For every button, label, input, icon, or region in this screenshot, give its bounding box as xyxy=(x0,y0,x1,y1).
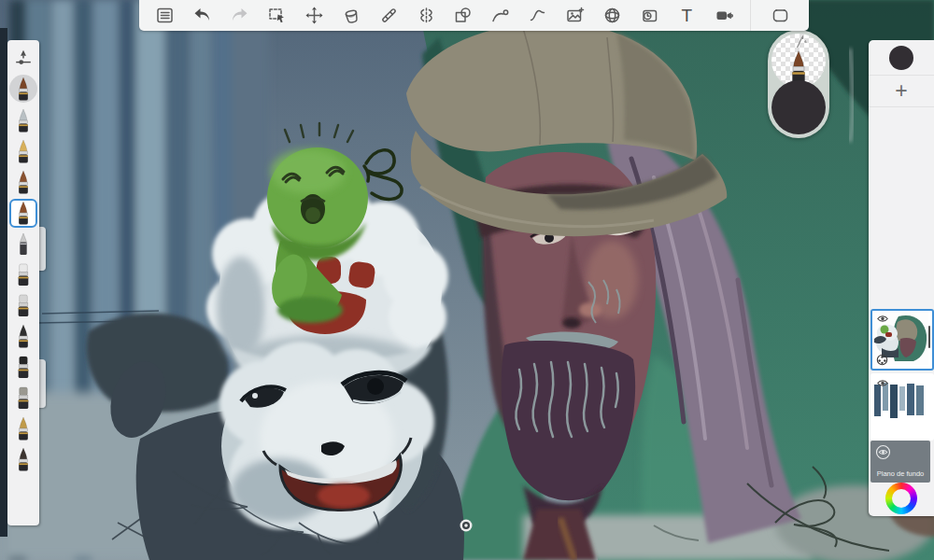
brush-item-dark-round[interactable] xyxy=(11,447,35,472)
background-layer-label: Plano de fundo xyxy=(870,469,930,478)
brush-item-pencil[interactable] xyxy=(11,231,35,257)
steady-stroke-icon[interactable] xyxy=(521,3,555,28)
brush-color-puck[interactable] xyxy=(768,30,829,138)
active-brush-puck[interactable] xyxy=(9,75,37,103)
layer-visibility-eye-icon[interactable] xyxy=(876,378,889,388)
layers-scrollbar[interactable] xyxy=(928,326,930,348)
camera-icon[interactable] xyxy=(707,3,741,28)
predictive-stroke-icon[interactable] xyxy=(484,3,517,28)
brush-item-marker-white[interactable] xyxy=(11,262,35,287)
text-tool-glyph: T xyxy=(681,7,692,24)
color-puck[interactable] xyxy=(771,80,826,134)
brush-item-flat-black[interactable] xyxy=(11,355,35,380)
layer-card-background[interactable]: Plano de fundo xyxy=(870,441,930,483)
brush-settings-icon[interactable] xyxy=(12,47,35,69)
layer-card-paint[interactable] xyxy=(870,309,934,371)
perspective-icon[interactable] xyxy=(595,3,629,28)
rect-select-icon[interactable] xyxy=(261,3,294,28)
transform-icon[interactable] xyxy=(297,3,331,28)
background-visibility-eye-icon[interactable] xyxy=(875,444,891,460)
brush-item-round-gold[interactable] xyxy=(11,416,35,441)
brush-item-chisel[interactable] xyxy=(11,385,35,411)
undo-icon[interactable] xyxy=(186,3,219,28)
layer-marker-icon[interactable] xyxy=(876,354,888,366)
current-color-swatch[interactable] xyxy=(889,46,913,70)
redo-icon[interactable] xyxy=(223,3,257,28)
brush-item-ink-pen[interactable] xyxy=(11,139,35,164)
menu-icon[interactable] xyxy=(149,3,182,28)
symmetry-icon[interactable] xyxy=(409,3,443,28)
puck-pen-glyph xyxy=(792,35,808,49)
fullscreen-icon[interactable] xyxy=(763,3,797,28)
toolbar-main-group: T xyxy=(139,3,750,28)
canvas-rotate-badge[interactable] xyxy=(459,518,474,533)
color-wheel[interactable] xyxy=(885,483,917,514)
add-layer-label: + xyxy=(895,78,907,104)
text-tool-icon[interactable]: T xyxy=(670,3,703,28)
brush-item-pointed-selected[interactable] xyxy=(11,201,35,226)
brush-item-marker-light[interactable] xyxy=(11,293,35,318)
brush-item-round-black[interactable] xyxy=(11,324,35,349)
time-lapse-icon[interactable] xyxy=(632,3,666,28)
layers-panel: + xyxy=(869,40,934,516)
brush-item-airbrush[interactable] xyxy=(11,108,35,133)
add-layer-button[interactable]: + xyxy=(869,76,934,107)
shapes-icon[interactable] xyxy=(446,3,480,28)
import-image-icon[interactable] xyxy=(559,3,592,28)
layer-card-sketch[interactable] xyxy=(870,373,934,441)
brush-panel xyxy=(7,40,39,525)
layer-visibility-eye-icon[interactable] xyxy=(876,314,889,324)
fill-icon[interactable] xyxy=(334,3,368,28)
top-toolbar: T xyxy=(139,0,809,31)
current-color-section xyxy=(869,40,934,76)
brush-item-round-brown[interactable] xyxy=(11,170,35,195)
guides-icon[interactable] xyxy=(372,3,405,28)
